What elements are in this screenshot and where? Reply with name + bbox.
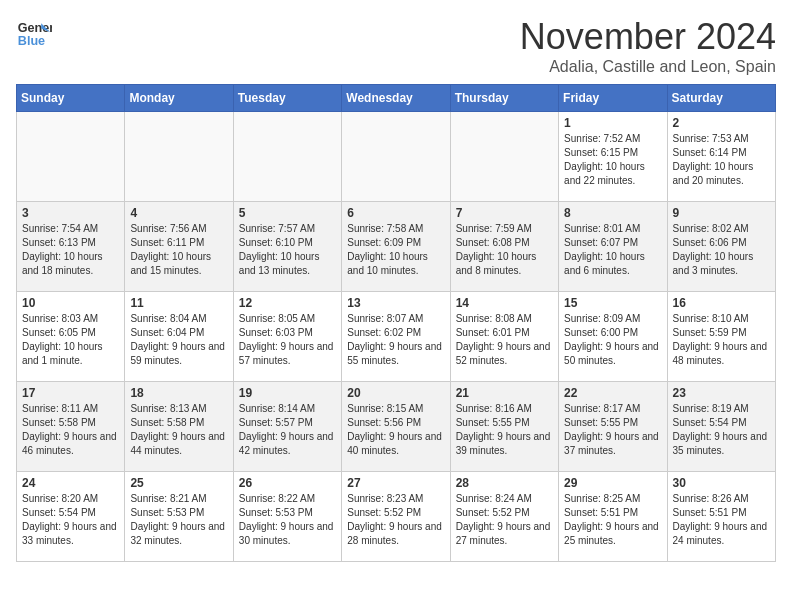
calendar-cell: 6Sunrise: 7:58 AMSunset: 6:09 PMDaylight… [342,202,450,292]
calendar-cell: 25Sunrise: 8:21 AMSunset: 5:53 PMDayligh… [125,472,233,562]
calendar-week-row: 24Sunrise: 8:20 AMSunset: 5:54 PMDayligh… [17,472,776,562]
calendar-cell: 14Sunrise: 8:08 AMSunset: 6:01 PMDayligh… [450,292,558,382]
calendar-cell: 30Sunrise: 8:26 AMSunset: 5:51 PMDayligh… [667,472,775,562]
calendar-cell: 3Sunrise: 7:54 AMSunset: 6:13 PMDaylight… [17,202,125,292]
cell-info: Sunrise: 8:21 AMSunset: 5:53 PMDaylight:… [130,492,227,548]
day-number: 28 [456,476,553,490]
day-number: 12 [239,296,336,310]
calendar-cell: 21Sunrise: 8:16 AMSunset: 5:55 PMDayligh… [450,382,558,472]
cell-info: Sunrise: 7:56 AMSunset: 6:11 PMDaylight:… [130,222,227,278]
day-number: 24 [22,476,119,490]
calendar-cell: 20Sunrise: 8:15 AMSunset: 5:56 PMDayligh… [342,382,450,472]
cell-info: Sunrise: 7:57 AMSunset: 6:10 PMDaylight:… [239,222,336,278]
calendar-week-row: 10Sunrise: 8:03 AMSunset: 6:05 PMDayligh… [17,292,776,382]
day-number: 7 [456,206,553,220]
cell-info: Sunrise: 8:22 AMSunset: 5:53 PMDaylight:… [239,492,336,548]
calendar-cell: 27Sunrise: 8:23 AMSunset: 5:52 PMDayligh… [342,472,450,562]
calendar-cell: 10Sunrise: 8:03 AMSunset: 6:05 PMDayligh… [17,292,125,382]
cell-info: Sunrise: 8:19 AMSunset: 5:54 PMDaylight:… [673,402,770,458]
weekday-header: Tuesday [233,85,341,112]
calendar-cell: 16Sunrise: 8:10 AMSunset: 5:59 PMDayligh… [667,292,775,382]
cell-info: Sunrise: 8:13 AMSunset: 5:58 PMDaylight:… [130,402,227,458]
calendar-cell: 1Sunrise: 7:52 AMSunset: 6:15 PMDaylight… [559,112,667,202]
day-number: 18 [130,386,227,400]
cell-info: Sunrise: 8:01 AMSunset: 6:07 PMDaylight:… [564,222,661,278]
day-number: 17 [22,386,119,400]
calendar-cell: 26Sunrise: 8:22 AMSunset: 5:53 PMDayligh… [233,472,341,562]
day-number: 29 [564,476,661,490]
cell-info: Sunrise: 8:17 AMSunset: 5:55 PMDaylight:… [564,402,661,458]
cell-info: Sunrise: 8:04 AMSunset: 6:04 PMDaylight:… [130,312,227,368]
calendar-cell: 18Sunrise: 8:13 AMSunset: 5:58 PMDayligh… [125,382,233,472]
calendar-cell: 7Sunrise: 7:59 AMSunset: 6:08 PMDaylight… [450,202,558,292]
calendar-cell: 24Sunrise: 8:20 AMSunset: 5:54 PMDayligh… [17,472,125,562]
calendar-cell [342,112,450,202]
day-number: 1 [564,116,661,130]
cell-info: Sunrise: 8:08 AMSunset: 6:01 PMDaylight:… [456,312,553,368]
calendar-cell: 28Sunrise: 8:24 AMSunset: 5:52 PMDayligh… [450,472,558,562]
day-number: 9 [673,206,770,220]
calendar-cell [125,112,233,202]
weekday-header: Thursday [450,85,558,112]
calendar-cell: 9Sunrise: 8:02 AMSunset: 6:06 PMDaylight… [667,202,775,292]
weekday-header: Friday [559,85,667,112]
calendar: SundayMondayTuesdayWednesdayThursdayFrid… [16,84,776,562]
cell-info: Sunrise: 8:03 AMSunset: 6:05 PMDaylight:… [22,312,119,368]
day-number: 25 [130,476,227,490]
calendar-cell [17,112,125,202]
calendar-cell: 4Sunrise: 7:56 AMSunset: 6:11 PMDaylight… [125,202,233,292]
calendar-cell: 15Sunrise: 8:09 AMSunset: 6:00 PMDayligh… [559,292,667,382]
title-area: November 2024 Adalia, Castille and Leon,… [520,16,776,76]
calendar-week-row: 17Sunrise: 8:11 AMSunset: 5:58 PMDayligh… [17,382,776,472]
cell-info: Sunrise: 8:14 AMSunset: 5:57 PMDaylight:… [239,402,336,458]
day-number: 21 [456,386,553,400]
day-number: 16 [673,296,770,310]
cell-info: Sunrise: 7:54 AMSunset: 6:13 PMDaylight:… [22,222,119,278]
calendar-cell: 12Sunrise: 8:05 AMSunset: 6:03 PMDayligh… [233,292,341,382]
calendar-cell: 29Sunrise: 8:25 AMSunset: 5:51 PMDayligh… [559,472,667,562]
day-number: 4 [130,206,227,220]
day-number: 19 [239,386,336,400]
month-title: November 2024 [520,16,776,58]
svg-text:Blue: Blue [18,34,45,48]
calendar-cell: 17Sunrise: 8:11 AMSunset: 5:58 PMDayligh… [17,382,125,472]
cell-info: Sunrise: 8:15 AMSunset: 5:56 PMDaylight:… [347,402,444,458]
subtitle: Adalia, Castille and Leon, Spain [520,58,776,76]
calendar-cell: 5Sunrise: 7:57 AMSunset: 6:10 PMDaylight… [233,202,341,292]
logo-icon: General Blue [16,16,52,52]
day-number: 13 [347,296,444,310]
cell-info: Sunrise: 8:23 AMSunset: 5:52 PMDaylight:… [347,492,444,548]
day-number: 23 [673,386,770,400]
cell-info: Sunrise: 8:09 AMSunset: 6:00 PMDaylight:… [564,312,661,368]
logo: General Blue [16,16,52,52]
day-number: 2 [673,116,770,130]
day-number: 15 [564,296,661,310]
day-number: 20 [347,386,444,400]
day-number: 11 [130,296,227,310]
day-number: 6 [347,206,444,220]
cell-info: Sunrise: 7:58 AMSunset: 6:09 PMDaylight:… [347,222,444,278]
calendar-cell [450,112,558,202]
weekday-header: Saturday [667,85,775,112]
cell-info: Sunrise: 8:07 AMSunset: 6:02 PMDaylight:… [347,312,444,368]
cell-info: Sunrise: 8:16 AMSunset: 5:55 PMDaylight:… [456,402,553,458]
calendar-cell: 23Sunrise: 8:19 AMSunset: 5:54 PMDayligh… [667,382,775,472]
weekday-header: Wednesday [342,85,450,112]
cell-info: Sunrise: 8:24 AMSunset: 5:52 PMDaylight:… [456,492,553,548]
cell-info: Sunrise: 7:53 AMSunset: 6:14 PMDaylight:… [673,132,770,188]
cell-info: Sunrise: 8:05 AMSunset: 6:03 PMDaylight:… [239,312,336,368]
weekday-header-row: SundayMondayTuesdayWednesdayThursdayFrid… [17,85,776,112]
day-number: 26 [239,476,336,490]
day-number: 5 [239,206,336,220]
calendar-cell: 11Sunrise: 8:04 AMSunset: 6:04 PMDayligh… [125,292,233,382]
day-number: 8 [564,206,661,220]
cell-info: Sunrise: 8:10 AMSunset: 5:59 PMDaylight:… [673,312,770,368]
cell-info: Sunrise: 8:11 AMSunset: 5:58 PMDaylight:… [22,402,119,458]
cell-info: Sunrise: 8:25 AMSunset: 5:51 PMDaylight:… [564,492,661,548]
calendar-cell: 8Sunrise: 8:01 AMSunset: 6:07 PMDaylight… [559,202,667,292]
calendar-week-row: 3Sunrise: 7:54 AMSunset: 6:13 PMDaylight… [17,202,776,292]
day-number: 30 [673,476,770,490]
cell-info: Sunrise: 8:02 AMSunset: 6:06 PMDaylight:… [673,222,770,278]
day-number: 14 [456,296,553,310]
calendar-cell [233,112,341,202]
